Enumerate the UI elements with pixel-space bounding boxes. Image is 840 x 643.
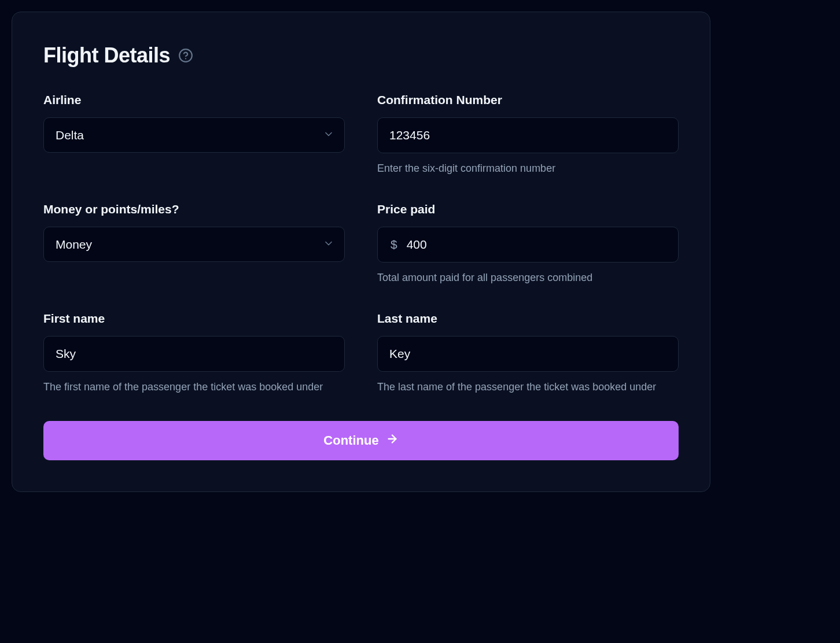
last-name-label: Last name [377, 312, 679, 326]
airline-label: Airline [43, 93, 345, 107]
page-title: Flight Details [43, 43, 170, 68]
price-label: Price paid [377, 202, 679, 216]
price-field: Price paid $ Total amount paid for all p… [377, 202, 679, 284]
arrow-right-icon [386, 433, 399, 449]
first-name-label: First name [43, 312, 345, 326]
payment-type-label: Money or points/miles? [43, 202, 345, 216]
form-grid: Airline Delta Confirmation Number Enter … [43, 93, 679, 393]
last-name-help: The last name of the passenger the ticke… [377, 381, 679, 393]
first-name-field: First name The first name of the passeng… [43, 312, 345, 393]
payment-type-field: Money or points/miles? Money [43, 202, 345, 284]
first-name-help: The first name of the passenger the tick… [43, 381, 345, 393]
dollar-sign-icon: $ [378, 238, 403, 252]
continue-button[interactable]: Continue [43, 421, 679, 460]
help-circle-icon[interactable] [178, 48, 193, 63]
confirmation-field: Confirmation Number Enter the six-digit … [377, 93, 679, 175]
payment-type-select-wrapper: Money [43, 227, 345, 262]
airline-select[interactable]: Delta [43, 117, 345, 153]
last-name-input[interactable] [377, 336, 679, 372]
confirmation-label: Confirmation Number [377, 93, 679, 107]
airline-field: Airline Delta [43, 93, 345, 175]
airline-select-wrapper: Delta [43, 117, 345, 153]
payment-type-select[interactable]: Money [43, 227, 345, 262]
confirmation-input[interactable] [377, 117, 679, 153]
flight-details-card: Flight Details Airline Delta Confirmatio… [12, 12, 710, 492]
last-name-field: Last name The last name of the passenger… [377, 312, 679, 393]
price-input[interactable] [403, 227, 678, 262]
confirmation-help: Enter the six-digit confirmation number [377, 162, 679, 175]
price-help: Total amount paid for all passengers com… [377, 272, 679, 284]
first-name-input[interactable] [43, 336, 345, 372]
card-header: Flight Details [43, 43, 679, 68]
price-input-wrapper: $ [377, 227, 679, 263]
continue-button-label: Continue [323, 433, 378, 448]
